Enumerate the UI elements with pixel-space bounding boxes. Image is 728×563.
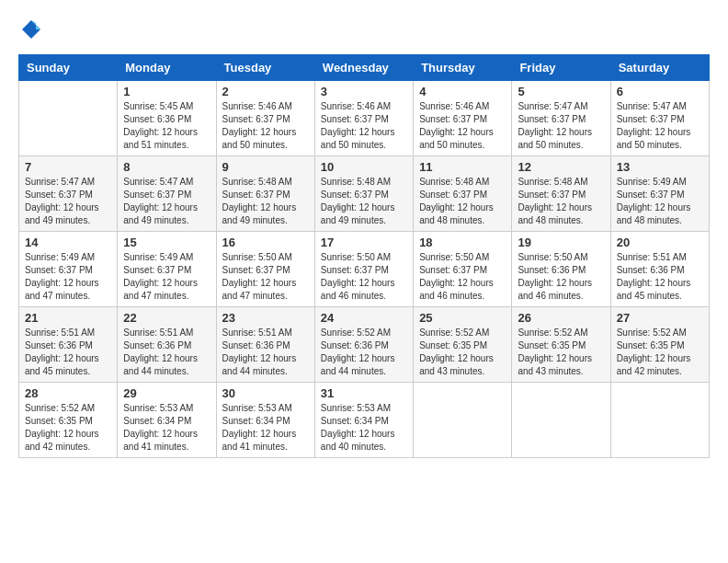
day-number: 9	[222, 160, 309, 174]
day-info: Sunrise: 5:53 AMSunset: 6:34 PMDaylight:…	[321, 402, 407, 454]
day-info: Sunrise: 5:52 AMSunset: 6:35 PMDaylight:…	[25, 402, 111, 454]
day-info: Sunrise: 5:46 AMSunset: 6:37 PMDaylight:…	[222, 100, 309, 152]
page-header	[18, 18, 710, 45]
day-info: Sunrise: 5:47 AMSunset: 6:37 PMDaylight:…	[617, 100, 703, 152]
logo	[18, 18, 42, 45]
logo-icon	[20, 18, 42, 40]
day-cell: 26Sunrise: 5:52 AMSunset: 6:35 PMDayligh…	[512, 307, 610, 383]
day-number: 1	[123, 85, 210, 98]
calendar-table: SundayMondayTuesdayWednesdayThursdayFrid…	[18, 54, 710, 458]
day-number: 3	[321, 85, 407, 98]
day-cell	[19, 81, 118, 156]
day-number: 11	[419, 160, 506, 174]
day-info: Sunrise: 5:49 AMSunset: 6:37 PMDaylight:…	[123, 251, 210, 303]
day-number: 29	[123, 386, 210, 400]
day-cell: 22Sunrise: 5:51 AMSunset: 6:36 PMDayligh…	[118, 307, 216, 383]
day-cell: 28Sunrise: 5:52 AMSunset: 6:35 PMDayligh…	[19, 383, 118, 458]
day-info: Sunrise: 5:50 AMSunset: 6:36 PMDaylight:…	[518, 251, 604, 303]
weekday-header-sunday: Sunday	[19, 55, 118, 81]
day-cell: 19Sunrise: 5:50 AMSunset: 6:36 PMDayligh…	[512, 232, 610, 307]
day-cell: 16Sunrise: 5:50 AMSunset: 6:37 PMDayligh…	[216, 232, 314, 307]
day-cell: 14Sunrise: 5:49 AMSunset: 6:37 PMDayligh…	[19, 232, 118, 307]
weekday-header-tuesday: Tuesday	[216, 55, 314, 81]
weekday-header-saturday: Saturday	[610, 55, 709, 81]
day-cell: 21Sunrise: 5:51 AMSunset: 6:36 PMDayligh…	[19, 307, 118, 383]
day-info: Sunrise: 5:47 AMSunset: 6:37 PMDaylight:…	[518, 100, 604, 152]
day-info: Sunrise: 5:51 AMSunset: 6:36 PMDaylight:…	[617, 251, 703, 303]
logo-text	[18, 18, 42, 45]
day-cell: 2Sunrise: 5:46 AMSunset: 6:37 PMDaylight…	[216, 81, 314, 156]
day-number: 5	[518, 85, 604, 98]
day-info: Sunrise: 5:48 AMSunset: 6:37 PMDaylight:…	[518, 176, 604, 227]
day-info: Sunrise: 5:46 AMSunset: 6:37 PMDaylight:…	[321, 100, 407, 152]
day-cell: 6Sunrise: 5:47 AMSunset: 6:37 PMDaylight…	[610, 81, 709, 156]
day-cell: 11Sunrise: 5:48 AMSunset: 6:37 PMDayligh…	[414, 156, 512, 232]
week-row-2: 7Sunrise: 5:47 AMSunset: 6:37 PMDaylight…	[19, 156, 710, 232]
day-number: 19	[518, 236, 604, 249]
day-cell: 10Sunrise: 5:48 AMSunset: 6:37 PMDayligh…	[314, 156, 413, 232]
day-number: 6	[617, 85, 703, 98]
day-info: Sunrise: 5:53 AMSunset: 6:34 PMDaylight:…	[222, 402, 309, 454]
day-cell: 24Sunrise: 5:52 AMSunset: 6:36 PMDayligh…	[314, 307, 413, 383]
day-cell: 9Sunrise: 5:48 AMSunset: 6:37 PMDaylight…	[216, 156, 314, 232]
weekday-header-row: SundayMondayTuesdayWednesdayThursdayFrid…	[19, 55, 710, 81]
day-number: 18	[419, 236, 506, 249]
week-row-3: 14Sunrise: 5:49 AMSunset: 6:37 PMDayligh…	[19, 232, 710, 307]
day-cell: 20Sunrise: 5:51 AMSunset: 6:36 PMDayligh…	[610, 232, 709, 307]
week-row-5: 28Sunrise: 5:52 AMSunset: 6:35 PMDayligh…	[19, 383, 710, 458]
day-cell: 3Sunrise: 5:46 AMSunset: 6:37 PMDaylight…	[314, 81, 413, 156]
day-cell: 30Sunrise: 5:53 AMSunset: 6:34 PMDayligh…	[216, 383, 314, 458]
day-info: Sunrise: 5:47 AMSunset: 6:37 PMDaylight:…	[123, 176, 210, 227]
day-number: 26	[518, 311, 604, 325]
day-number: 13	[617, 160, 703, 174]
weekday-header-monday: Monday	[118, 55, 216, 81]
day-number: 21	[25, 311, 111, 325]
weekday-header-thursday: Thursday	[414, 55, 512, 81]
day-info: Sunrise: 5:49 AMSunset: 6:37 PMDaylight:…	[617, 176, 703, 227]
day-number: 14	[25, 236, 111, 249]
day-info: Sunrise: 5:48 AMSunset: 6:37 PMDaylight:…	[419, 176, 506, 227]
day-number: 17	[321, 236, 407, 249]
day-number: 4	[419, 85, 506, 98]
day-cell: 23Sunrise: 5:51 AMSunset: 6:36 PMDayligh…	[216, 307, 314, 383]
day-info: Sunrise: 5:51 AMSunset: 6:36 PMDaylight:…	[25, 327, 111, 378]
day-number: 15	[123, 236, 210, 249]
day-number: 8	[123, 160, 210, 174]
day-cell: 31Sunrise: 5:53 AMSunset: 6:34 PMDayligh…	[314, 383, 413, 458]
day-info: Sunrise: 5:52 AMSunset: 6:35 PMDaylight:…	[518, 327, 604, 378]
day-info: Sunrise: 5:47 AMSunset: 6:37 PMDaylight:…	[25, 176, 111, 227]
day-info: Sunrise: 5:52 AMSunset: 6:35 PMDaylight:…	[617, 327, 703, 378]
day-cell: 7Sunrise: 5:47 AMSunset: 6:37 PMDaylight…	[19, 156, 118, 232]
day-cell: 17Sunrise: 5:50 AMSunset: 6:37 PMDayligh…	[314, 232, 413, 307]
day-cell: 4Sunrise: 5:46 AMSunset: 6:37 PMDaylight…	[414, 81, 512, 156]
day-info: Sunrise: 5:46 AMSunset: 6:37 PMDaylight:…	[419, 100, 506, 152]
day-cell: 25Sunrise: 5:52 AMSunset: 6:35 PMDayligh…	[414, 307, 512, 383]
day-number: 27	[617, 311, 703, 325]
day-number: 23	[222, 311, 309, 325]
day-number: 25	[419, 311, 506, 325]
day-number: 12	[518, 160, 604, 174]
day-number: 2	[222, 85, 309, 98]
weekday-header-wednesday: Wednesday	[314, 55, 413, 81]
day-number: 28	[25, 386, 111, 400]
weekday-header-friday: Friday	[512, 55, 610, 81]
day-cell: 15Sunrise: 5:49 AMSunset: 6:37 PMDayligh…	[118, 232, 216, 307]
day-cell	[610, 383, 709, 458]
day-cell: 12Sunrise: 5:48 AMSunset: 6:37 PMDayligh…	[512, 156, 610, 232]
day-info: Sunrise: 5:45 AMSunset: 6:36 PMDaylight:…	[123, 100, 210, 152]
day-info: Sunrise: 5:51 AMSunset: 6:36 PMDaylight:…	[123, 327, 210, 378]
day-cell: 8Sunrise: 5:47 AMSunset: 6:37 PMDaylight…	[118, 156, 216, 232]
day-info: Sunrise: 5:50 AMSunset: 6:37 PMDaylight:…	[321, 251, 407, 303]
day-info: Sunrise: 5:52 AMSunset: 6:36 PMDaylight:…	[321, 327, 407, 378]
day-number: 24	[321, 311, 407, 325]
week-row-1: 1Sunrise: 5:45 AMSunset: 6:36 PMDaylight…	[19, 81, 710, 156]
day-cell: 1Sunrise: 5:45 AMSunset: 6:36 PMDaylight…	[118, 81, 216, 156]
week-row-4: 21Sunrise: 5:51 AMSunset: 6:36 PMDayligh…	[19, 307, 710, 383]
day-cell: 13Sunrise: 5:49 AMSunset: 6:37 PMDayligh…	[610, 156, 709, 232]
day-info: Sunrise: 5:51 AMSunset: 6:36 PMDaylight:…	[222, 327, 309, 378]
day-info: Sunrise: 5:50 AMSunset: 6:37 PMDaylight:…	[222, 251, 309, 303]
day-number: 7	[25, 160, 111, 174]
day-cell: 5Sunrise: 5:47 AMSunset: 6:37 PMDaylight…	[512, 81, 610, 156]
day-info: Sunrise: 5:52 AMSunset: 6:35 PMDaylight:…	[419, 327, 506, 378]
day-info: Sunrise: 5:49 AMSunset: 6:37 PMDaylight:…	[25, 251, 111, 303]
